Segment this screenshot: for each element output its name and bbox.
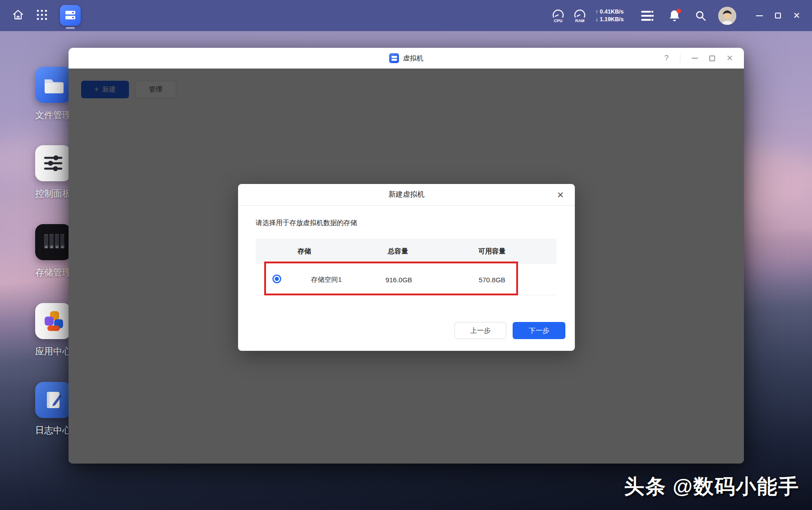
- svg-text:RAM: RAM: [575, 18, 584, 23]
- desktop-icon-file-manager[interactable]: 文件管理: [35, 67, 71, 121]
- new-vm-dialog: 新建虚拟机 ✕ 请选择用于存放虚拟机数据的存储 存储 总容量 可用容量 存储空间…: [238, 184, 575, 351]
- system-window-controls: ✕: [756, 11, 800, 20]
- desktop-icon-app-center[interactable]: 应用中心: [35, 303, 71, 358]
- dialog-title: 新建虚拟机: [389, 190, 425, 199]
- download-speed: ↓ 1.19KB/s: [596, 16, 624, 23]
- search-icon[interactable]: [695, 10, 706, 22]
- app-grid-icon[interactable]: [36, 9, 48, 23]
- watermark-handle: @数码小能手: [673, 475, 799, 498]
- upload-speed: ↑ 0.41KB/s: [596, 8, 624, 15]
- divider: [680, 54, 680, 62]
- desktop-icon-control-panel[interactable]: 控制面板: [35, 145, 71, 200]
- storage-table: 存储 总容量 可用容量 存储空间1 916.0GB 570.8GB: [256, 239, 556, 295]
- close-button[interactable]: ✕: [793, 11, 800, 20]
- notebook-pencil-icon: [35, 382, 71, 418]
- taskbar-vm-app[interactable]: [60, 2, 81, 29]
- previous-step-button[interactable]: 上一步: [454, 322, 506, 339]
- storage-status-icon[interactable]: [641, 10, 654, 22]
- sliders-icon: [35, 145, 71, 181]
- watermark: 头条@数码小能手: [624, 473, 799, 500]
- disk-array-icon: [35, 224, 71, 260]
- app-center-icon: [35, 303, 71, 339]
- ram-gauge-icon[interactable]: RAM: [572, 9, 587, 23]
- vm-app-icon: [60, 5, 81, 26]
- maximize-button[interactable]: [775, 13, 781, 18]
- system-topbar: CPU RAM ↑ 0.41KB/s ↓ 1.19KB/s: [0, 0, 812, 31]
- cpu-gauge-icon[interactable]: CPU: [551, 9, 566, 23]
- vm-minimize-button[interactable]: [692, 58, 698, 59]
- dialog-footer: 上一步 下一步: [454, 322, 565, 339]
- svg-text:CPU: CPU: [554, 18, 562, 23]
- active-app-indicator: [66, 27, 75, 29]
- dialog-header: 新建虚拟机 ✕: [238, 184, 575, 206]
- table-header-row: 存储 总容量 可用容量: [256, 239, 556, 264]
- col-header-available: 可用容量: [478, 247, 505, 256]
- table-row[interactable]: 存储空间1 916.0GB 570.8GB: [256, 264, 556, 295]
- folder-icon: [35, 67, 71, 103]
- next-step-button[interactable]: 下一步: [513, 322, 565, 339]
- watermark-brand: 头条: [624, 475, 666, 498]
- user-avatar[interactable]: [718, 7, 736, 25]
- vm-close-button[interactable]: ✕: [726, 54, 733, 62]
- vm-app-window: 虚拟机 ? ✕ + 新建 管理 新建虚拟机 ✕ 请选择用于存放虚拟机数据的存储 …: [69, 48, 744, 464]
- notification-bell-icon[interactable]: [668, 9, 681, 23]
- col-header-total: 总容量: [388, 247, 408, 256]
- storage-available: 570.8GB: [479, 276, 505, 283]
- desktop-icon-label: 文件管理: [35, 109, 71, 121]
- desktop-icon-label: 应用中心: [35, 345, 71, 358]
- network-speed[interactable]: ↑ 0.41KB/s ↓ 1.19KB/s: [596, 8, 624, 23]
- topbar-left: [12, 9, 48, 23]
- topbar-right: CPU RAM ↑ 0.41KB/s ↓ 1.19KB/s: [551, 7, 800, 25]
- storage-total: 916.0GB: [385, 276, 412, 283]
- desktop-icon-label: 存储管理: [35, 266, 71, 279]
- vm-window-title: 虚拟机: [403, 54, 423, 63]
- home-icon[interactable]: [12, 9, 24, 23]
- vm-window-controls: ? ✕: [664, 48, 733, 69]
- desktop-icon-label: 控制面板: [35, 188, 71, 200]
- vm-window-icon: [389, 53, 399, 63]
- help-button[interactable]: ?: [664, 54, 668, 63]
- desktop-icon-storage-manager[interactable]: 存储管理: [35, 224, 71, 279]
- radio-selected-icon[interactable]: [272, 274, 281, 285]
- minimize-button[interactable]: [756, 15, 763, 16]
- vm-window-titlebar[interactable]: 虚拟机 ? ✕: [69, 48, 744, 69]
- dialog-prompt: 请选择用于存放虚拟机数据的存储: [256, 219, 557, 229]
- col-header-storage: 存储: [298, 247, 311, 256]
- desktop-icon-log-center[interactable]: 日志中心: [35, 382, 71, 436]
- notification-dot: [677, 9, 681, 13]
- vm-maximize-button[interactable]: [709, 55, 715, 61]
- dialog-close-icon[interactable]: ✕: [557, 184, 564, 206]
- storage-name: 存储空间1: [311, 275, 342, 284]
- desktop-icon-label: 日志中心: [35, 424, 71, 436]
